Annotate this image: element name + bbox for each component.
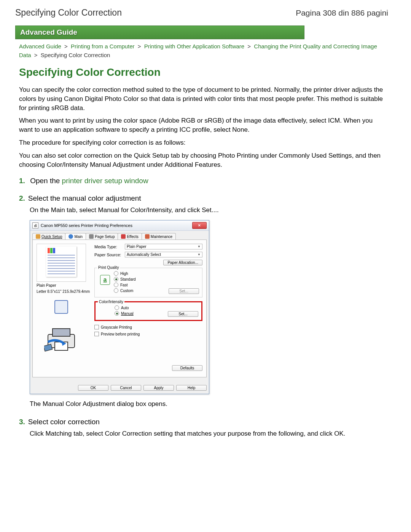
intro-p2: When you want to print by using the colo… — [19, 116, 384, 134]
quality-custom-radio[interactable]: Custom — [114, 288, 133, 293]
step-2-after: The Manual Color Adjustment dialog box o… — [30, 399, 384, 409]
paper-allocation-button[interactable]: Paper Allocation... — [163, 260, 202, 265]
quality-fast-radio[interactable]: Fast — [114, 283, 199, 287]
close-button[interactable]: ✕ — [192, 222, 207, 229]
grayscale-checkbox[interactable]: Grayscale Printing — [94, 325, 202, 329]
paper-source-select[interactable]: Automatically Select▼ — [125, 252, 202, 257]
preview-checkbox[interactable]: Preview before printing — [94, 332, 202, 336]
tab-page-setup[interactable]: Page Setup — [86, 233, 118, 240]
quality-standard-radio[interactable]: Standard — [114, 277, 199, 281]
step-1-prefix: Open the — [30, 177, 62, 185]
cancel-button[interactable]: Cancel — [111, 385, 141, 391]
step-2-body: On the Main tab, select Manual for Color… — [30, 206, 384, 215]
guide-bar: Advanced Guide — [15, 26, 304, 39]
printer-driver-setup-link[interactable]: printer driver setup window — [62, 177, 148, 185]
quality-a-icon: a — [100, 275, 110, 285]
defaults-button[interactable]: Defaults — [172, 365, 202, 371]
quality-set-button[interactable]: Set... — [169, 288, 199, 294]
color-intensity-legend: Color/Intensity — [98, 300, 124, 304]
printer-icon: 🖨 — [32, 222, 38, 228]
print-quality-legend: Print Quality — [97, 265, 120, 270]
svg-rect-1 — [53, 329, 70, 336]
ok-button[interactable]: OK — [78, 385, 108, 391]
color-set-button[interactable]: Set... — [168, 311, 198, 317]
printer-preferences-dialog: 🖨 Canon MP550 series Printer Printing Pr… — [30, 220, 209, 394]
step-1-head: Open the printer driver setup window — [19, 177, 384, 185]
help-button[interactable]: Help — [176, 385, 207, 391]
apply-button[interactable]: Apply — [143, 385, 174, 391]
intro-p4: You can also set color correction on the… — [19, 151, 384, 169]
step-3-body: Click Matching tab, select Color Correct… — [30, 429, 384, 438]
color-manual-radio[interactable]: Manual — [115, 311, 134, 316]
page-number: Pagina 308 din 886 pagini — [296, 8, 388, 18]
breadcrumb-sep: > — [34, 52, 38, 58]
paper-source-label: Paper Source: — [94, 252, 122, 257]
breadcrumb-link-0[interactable]: Advanced Guide — [19, 43, 61, 50]
page-header-title: Specifying Color Correction — [15, 8, 122, 18]
svg-rect-2 — [55, 342, 68, 350]
print-quality-group: Print Quality a High Standard Fast Custo… — [94, 268, 202, 297]
preview-caption-2: Letter 8.5"x11" 215.9x279.4mm — [37, 289, 90, 294]
intro-p1: You can specify the color correction met… — [19, 85, 384, 112]
preview-caption-1: Plain Paper — [37, 283, 90, 288]
printer-illustration — [37, 320, 86, 358]
color-auto-radio[interactable]: Auto — [115, 305, 198, 310]
breadcrumb-sep: > — [138, 43, 141, 50]
breadcrumb-sep: > — [64, 43, 68, 50]
media-type-select[interactable]: Plain Paper▼ — [125, 244, 202, 249]
media-type-label: Media Type: — [94, 244, 122, 249]
color-intensity-group: Color/Intensity Auto Manual Set... — [94, 301, 202, 321]
breadcrumb-sep: > — [247, 43, 251, 50]
page-preview — [37, 244, 86, 282]
dialog-title: Canon MP550 series Printer Printing Pref… — [41, 223, 132, 228]
dialog-titlebar: 🖨 Canon MP550 series Printer Printing Pr… — [30, 220, 209, 231]
svg-rect-4 — [44, 344, 52, 351]
tab-maintenance[interactable]: Maintenance — [142, 233, 176, 240]
page-title: Specifying Color Correction — [19, 66, 384, 78]
tab-effects[interactable]: Effects — [118, 233, 142, 240]
dialog-tabs: Quick Setup Main Page Setup Effects Main… — [30, 231, 209, 240]
breadcrumb-link-1[interactable]: Printing from a Computer — [71, 43, 135, 50]
chevron-down-icon: ▼ — [198, 245, 201, 248]
tab-quick-setup[interactable]: Quick Setup — [32, 233, 65, 240]
intro-p3: The procedure for specifying color corre… — [19, 138, 384, 147]
color-preview — [37, 296, 86, 318]
quality-high-radio[interactable]: High — [114, 271, 199, 276]
breadcrumb-link-2[interactable]: Printing with Other Application Software — [144, 43, 244, 50]
step-2-head: Select the manual color adjustment — [19, 194, 384, 203]
step-3-head: Select color correction — [19, 418, 384, 426]
chevron-down-icon: ▼ — [198, 253, 201, 256]
tab-main[interactable]: Main — [65, 233, 86, 240]
breadcrumb-current: Specifying Color Correction — [41, 52, 110, 58]
breadcrumb: Advanced Guide > Printing from a Compute… — [19, 42, 384, 59]
